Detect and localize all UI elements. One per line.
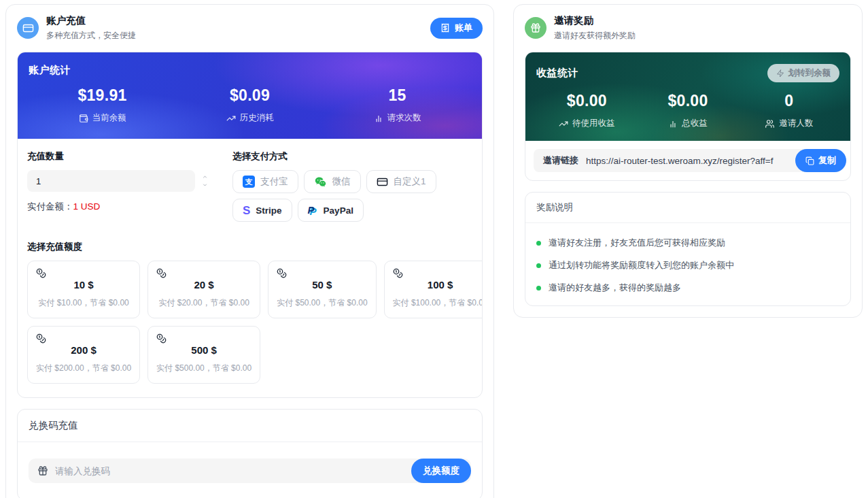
recharge-main-card: 账户统计 $19.91 当前余额 $0.09 历史消耗 — [17, 52, 483, 398]
paid-amount-label: 实付金额： — [27, 201, 73, 212]
copy-button-label: 复制 — [818, 154, 836, 167]
stat-pending-earnings: $0.00 待使用收益 — [536, 92, 638, 129]
coins-icon — [393, 268, 483, 278]
bill-button[interactable]: 账单 — [430, 18, 483, 39]
page: 账户充值 多种充值方式，安全便捷 账单 账户统计 $19.91 — [0, 0, 868, 498]
redeem-code-input[interactable] — [55, 466, 462, 476]
receipt-icon — [440, 23, 450, 33]
bullet-dot-icon — [536, 263, 541, 268]
amount-option-500[interactable]: 500 $ 实付 $500.00，节省 $0.00 — [147, 326, 260, 384]
coins-icon — [36, 333, 131, 344]
alipay-icon: 支 — [243, 176, 255, 188]
amount-option-100[interactable]: 100 $ 实付 $100.00，节省 $0.00 — [384, 261, 483, 318]
amount-section-label: 选择充值额度 — [27, 241, 472, 253]
copy-icon — [805, 156, 814, 165]
wallet-icon — [79, 114, 88, 123]
redeem-title: 兑换码充值 — [18, 410, 482, 442]
invite-link-label: 邀请链接 — [543, 154, 578, 167]
invite-header: 邀请奖励 邀请好友获得额外奖励 — [514, 5, 862, 52]
quantity-stepper — [200, 173, 209, 188]
account-stats-banner: 账户统计 $19.91 当前余额 $0.09 历史消耗 — [18, 52, 482, 139]
gift-icon — [37, 465, 48, 476]
page-title: 账户充值 — [46, 14, 423, 27]
rule-item: 邀请好友注册，好友充值后您可获得相应奖励 — [536, 237, 839, 249]
rules-list: 邀请好友注册，好友充值后您可获得相应奖励 通过划转功能将奖励额度转入到您的账户余… — [525, 223, 850, 305]
coins-icon — [156, 333, 251, 344]
pay-method-paypal[interactable]: PP PayPal — [298, 199, 364, 222]
stripe-icon: S — [243, 205, 250, 216]
trending-up-icon — [226, 114, 236, 123]
recharge-panel: 账户充值 多种充值方式，安全便捷 账单 账户统计 $19.91 — [5, 4, 494, 498]
payment-section: 选择支付方式 支 支付宝 微信 — [232, 150, 472, 222]
coins-icon — [156, 268, 251, 278]
invite-panel: 邀请奖励 邀请好友获得额外奖励 收益统计 划转到余额 $0.00 — [513, 4, 863, 318]
paypal-icon: PP — [308, 204, 318, 216]
rules-title: 奖励说明 — [525, 193, 850, 223]
invite-stats-card: 收益统计 划转到余额 $0.00 待使用收益 — [525, 52, 851, 181]
earnings-title: 收益统计 — [536, 67, 578, 80]
users-icon — [765, 119, 775, 129]
pay-method-wechat[interactable]: 微信 — [304, 170, 361, 193]
quantity-input[interactable] — [27, 170, 195, 192]
stat-history-consumed: $0.09 历史消耗 — [176, 86, 324, 124]
amount-option-50[interactable]: 50 $ 实付 $50.00，节省 $0.00 — [268, 261, 376, 318]
amount-option-10[interactable]: 10 $ 实付 $10.00，节省 $0.00 — [27, 261, 140, 318]
quantity-label: 充值数量 — [27, 150, 209, 163]
bar-chart-icon — [374, 114, 383, 123]
earnings-banner: 收益统计 划转到余额 $0.00 待使用收益 — [525, 52, 850, 141]
redeem-input-row: 兑换额度 — [29, 459, 471, 483]
zap-icon — [776, 69, 784, 78]
transfer-to-balance-button[interactable]: 划转到余额 — [767, 64, 840, 82]
coins-icon — [277, 268, 367, 278]
bullet-dot-icon — [536, 241, 541, 246]
paid-amount-value: 1 USD — [73, 201, 101, 212]
card-icon — [377, 176, 388, 188]
gift-icon — [525, 17, 546, 39]
invite-title: 邀请奖励 — [554, 14, 851, 27]
rule-item: 通过划转功能将奖励额度转入到您的账户余额中 — [536, 259, 839, 271]
pay-method-custom1[interactable]: 自定义1 — [366, 170, 436, 193]
rule-item: 邀请的好友越多，获得的奖励越多 — [536, 282, 839, 294]
page-subtitle: 多种充值方式，安全便捷 — [46, 30, 423, 42]
stat-total-earnings: $0.00 总收益 — [638, 92, 739, 129]
stat-invite-count: 0 邀请人数 — [738, 92, 839, 129]
recharge-header: 账户充值 多种充值方式，安全便捷 账单 — [6, 5, 493, 52]
amount-option-200[interactable]: 200 $ 实付 $200.00，节省 $0.00 — [27, 326, 140, 384]
chevron-up-icon[interactable] — [200, 173, 209, 180]
stat-request-count: 15 请求次数 — [324, 86, 471, 124]
paid-amount-line: 实付金额：1 USD — [27, 201, 209, 213]
coins-icon — [36, 268, 131, 278]
invite-link-row: 邀请链接 https://ai-router-test.weroam.xyz/r… — [534, 149, 842, 172]
trending-up-icon — [559, 119, 568, 129]
amount-option-20[interactable]: 20 $ 实付 $20.00，节省 $0.00 — [147, 261, 260, 318]
redeem-button[interactable]: 兑换额度 — [411, 459, 471, 483]
copy-button[interactable]: 复制 — [795, 149, 846, 172]
stat-current-balance: $19.91 当前余额 — [29, 86, 176, 124]
account-stats-title: 账户统计 — [29, 64, 71, 77]
rules-card: 奖励说明 邀请好友注册，好友充值后您可获得相应奖励 通过划转功能将奖励额度转入到… — [525, 192, 851, 306]
redeem-card: 兑换码充值 兑换额度 — [17, 409, 483, 498]
credit-card-icon — [17, 17, 39, 39]
payment-label: 选择支付方式 — [232, 150, 472, 163]
wechat-icon — [314, 176, 327, 188]
bill-button-label: 账单 — [455, 22, 472, 34]
transfer-button-label: 划转到余额 — [788, 67, 831, 79]
pay-method-stripe[interactable]: S Stripe — [232, 199, 292, 222]
amount-section: 选择充值额度 10 $ 实付 $10.00，节省 $0.00 20 $ 实付 $… — [27, 241, 472, 384]
pay-method-alipay[interactable]: 支 支付宝 — [232, 170, 298, 193]
quantity-section: 充值数量 实付金额：1 USD — [27, 150, 209, 222]
chevron-down-icon[interactable] — [200, 182, 209, 188]
bar-chart-icon — [668, 119, 678, 129]
invite-subtitle: 邀请好友获得额外奖励 — [554, 30, 851, 42]
bullet-dot-icon — [536, 286, 541, 290]
